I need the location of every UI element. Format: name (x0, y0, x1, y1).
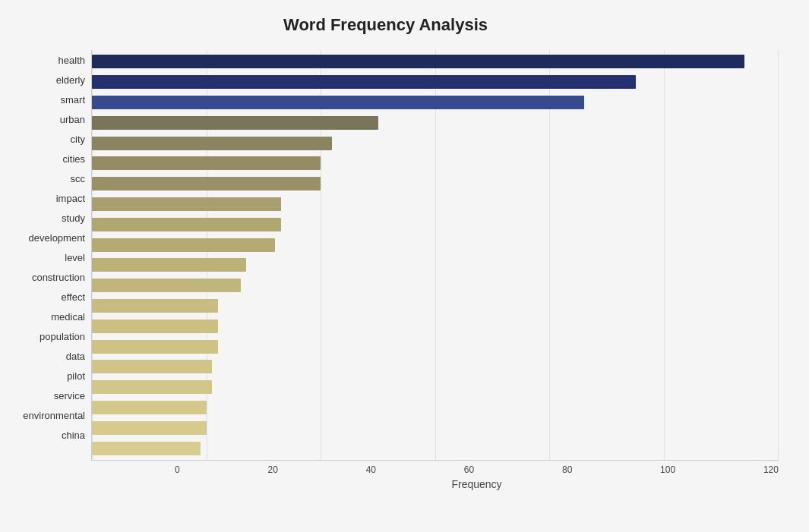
y-label: service (54, 386, 91, 405)
y-axis-labels: healthelderlysmarturbancitycitiessccimpa… (8, 50, 91, 490)
bar (92, 177, 321, 190)
bar-row (92, 398, 779, 418)
y-label: urban (60, 109, 91, 129)
y-label: china (62, 425, 91, 445)
bar (92, 116, 378, 130)
bar (92, 380, 212, 394)
x-tick-label: 60 (464, 464, 474, 475)
bar-row (92, 194, 779, 215)
bar (92, 320, 218, 333)
bar-row (92, 72, 779, 93)
y-label: level (65, 247, 91, 267)
bar-row (92, 153, 779, 174)
bars-area (91, 50, 779, 461)
bar-row (92, 357, 779, 377)
bar-row (92, 52, 779, 72)
x-axis-labels: 020406080100120 (175, 464, 779, 475)
y-label: pilot (67, 366, 91, 386)
bar (92, 137, 332, 150)
y-label: effect (61, 287, 91, 307)
y-label: population (40, 326, 91, 346)
bar (92, 218, 281, 231)
y-label: city (71, 129, 92, 149)
y-label: environmental (23, 405, 91, 425)
bar-row (92, 377, 779, 398)
bar-row (92, 112, 779, 133)
bar (92, 360, 212, 373)
bar-row (92, 275, 779, 296)
bar (92, 96, 584, 109)
bar (92, 401, 207, 414)
y-label: cities (62, 149, 91, 168)
y-label: development (29, 228, 91, 247)
bar-row (92, 296, 779, 316)
y-label: smart (61, 90, 92, 109)
x-tick-label: 120 (763, 464, 779, 475)
bar-row (92, 235, 779, 255)
bar (92, 421, 207, 435)
y-label: impact (56, 188, 91, 208)
bar-row (92, 93, 779, 113)
bar (92, 55, 744, 68)
bar-row (92, 336, 779, 357)
bar-row (92, 133, 779, 153)
x-tick-label: 80 (562, 464, 572, 475)
x-tick-label: 0 (175, 464, 180, 475)
bar-row (92, 438, 779, 458)
bar-row (92, 417, 779, 438)
x-axis-title: Frequency (175, 478, 779, 490)
y-label: medical (51, 307, 91, 326)
x-tick-label: 20 (267, 464, 277, 475)
bar (92, 279, 241, 292)
chart-container: Word Frequency Analysis healthelderlysma… (0, 0, 809, 532)
chart-title: Word Frequency Analysis (8, 15, 779, 35)
bars (92, 50, 779, 460)
bar (92, 238, 275, 252)
bar-row (92, 174, 779, 194)
bar (92, 442, 201, 455)
bar (92, 299, 218, 313)
bar (92, 258, 246, 272)
bar (92, 75, 636, 89)
y-label: construction (32, 267, 91, 287)
chart-area: healthelderlysmarturbancitycitiessccimpa… (8, 50, 779, 490)
y-label: data (66, 346, 91, 366)
x-tick-label: 100 (660, 464, 675, 475)
bar (92, 197, 281, 211)
x-tick-label: 40 (366, 464, 376, 475)
bar-row (92, 316, 779, 336)
bar-row (92, 214, 779, 235)
y-label: elderly (56, 70, 91, 90)
y-label: study (62, 208, 91, 228)
y-label: scc (71, 168, 92, 188)
bar-row (92, 255, 779, 275)
bar (92, 156, 321, 170)
bar (92, 340, 218, 354)
y-label: health (58, 50, 91, 70)
